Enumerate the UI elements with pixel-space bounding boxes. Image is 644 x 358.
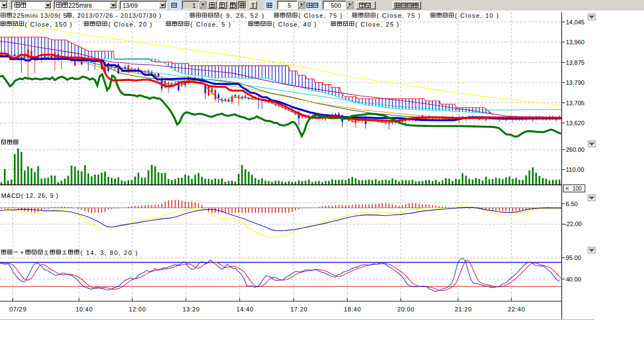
svg-text:14:40: 14:40: [237, 306, 253, 313]
svg-text:( Close, 40 ): ( Close, 40 ): [273, 21, 316, 28]
svg-text:( Close, 150 ): ( Close, 150 ): [25, 21, 72, 28]
svg-text:40.00: 40.00: [566, 276, 581, 283]
svg-text:12:00: 12:00: [129, 306, 146, 313]
svg-text:100: 100: [573, 186, 582, 192]
svg-text:17:20: 17:20: [290, 306, 307, 313]
svg-text:95.00: 95.00: [566, 254, 581, 261]
svg-text:( 14, 3, 80, 20 ): ( 14, 3, 80, 20 ): [80, 249, 137, 256]
svg-text:20:00: 20:00: [397, 306, 414, 313]
svg-text:-22.00: -22.00: [565, 221, 582, 227]
svg-text:14,045: 14,045: [566, 19, 585, 25]
svg-text:( Close, 75 ): ( Close, 75 ): [377, 12, 421, 19]
svg-text:13,875: 13,875: [566, 59, 585, 66]
svg-text:07/29: 07/29: [9, 306, 26, 313]
svg-text:21:20: 21:20: [455, 306, 472, 313]
svg-text:225mini 13/09( 5: 225mini 13/09( 5: [13, 12, 67, 19]
svg-text:13,705: 13,705: [566, 100, 585, 106]
svg-text:13:20: 13:20: [183, 306, 200, 313]
svg-text:( Close, 25 ): ( Close, 25 ): [355, 21, 399, 28]
svg-text:18:40: 18:40: [344, 306, 361, 313]
svg-text:13,790: 13,790: [566, 79, 585, 86]
svg-text:10:40: 10:40: [76, 306, 93, 313]
svg-text:( 9, 26, 52 ): ( 9, 26, 52 ): [221, 12, 264, 19]
svg-text:( Close, 20 ): ( Close, 20 ): [109, 21, 152, 28]
svg-text:22:40: 22:40: [508, 306, 525, 313]
svg-text:MACD( 12, 26, 9 ): MACD( 12, 26, 9 ): [1, 192, 58, 199]
svg-text:6.50: 6.50: [566, 201, 577, 207]
svg-text:,: ,: [73, 12, 74, 19]
svg-text:13,620: 13,620: [566, 120, 585, 126]
svg-text:2013/07/26 - 2013/07/30 ): 2013/07/26 - 2013/07/30 ): [77, 12, 161, 19]
svg-text:( Close, 5 ): ( Close, 5 ): [191, 21, 231, 28]
svg-text:13,960: 13,960: [566, 39, 585, 45]
svg-text:( Close, 75 ): ( Close, 75 ): [299, 12, 343, 19]
svg-text:( Close, 10 ): ( Close, 10 ): [455, 12, 499, 19]
svg-text:110.00: 110.00: [566, 166, 584, 173]
svg-text:260.00: 260.00: [566, 146, 585, 153]
